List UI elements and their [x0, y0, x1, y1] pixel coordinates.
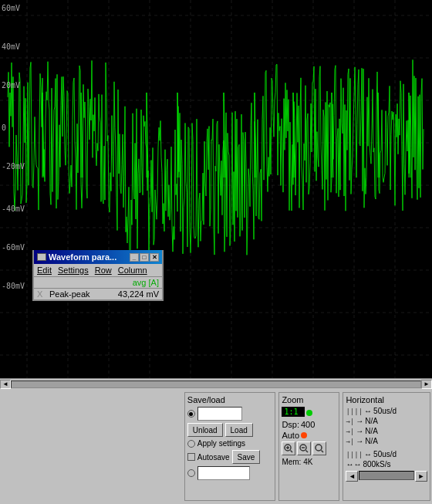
save-radio[interactable] — [187, 469, 195, 477]
zoom-in-button[interactable] — [282, 441, 295, 455]
time-icon-2: →| — [346, 418, 354, 425]
svg-point-7 — [316, 445, 322, 451]
y-label-0: 0 — [2, 123, 6, 132]
mem-label: Mem: 4K — [282, 458, 336, 466]
menu-row[interactable]: Row — [95, 266, 112, 275]
time-icon-3: →| — [346, 428, 354, 435]
y-label-neg20mv: -20mV — [2, 162, 25, 171]
svg-line-1 — [291, 451, 293, 453]
time-icon-1: |||| — [346, 408, 363, 415]
nav-right-button[interactable]: ► — [415, 471, 427, 482]
horizontal-scrollbar[interactable]: ◄ ► — [0, 378, 432, 389]
arrow-icon-4: → — [356, 437, 363, 445]
window-icon — [37, 253, 46, 261]
table-row: X Peak-peak 43,224 mV — [34, 289, 162, 300]
zoom-fit-button[interactable] — [312, 441, 326, 455]
arrow-icon-3: → — [356, 427, 363, 435]
menu-edit[interactable]: Edit — [37, 266, 52, 275]
zoom-section: Zoom 1:1 Dsp: 400 Auto — [278, 392, 339, 501]
horiz-nav-bar[interactable]: ◄ ► — [346, 471, 427, 482]
horiz-row-4: →| → N/A — [346, 437, 427, 445]
arrow-icon-5: ↔ — [364, 450, 372, 458]
save-input-row — [187, 466, 273, 480]
horiz-nav-track[interactable] — [359, 471, 414, 480]
close-button[interactable]: ✕ — [150, 253, 159, 262]
svg-line-5 — [306, 451, 309, 453]
zoom-indicator — [306, 410, 312, 416]
load-radio-row — [187, 407, 273, 421]
load-button[interactable]: Load — [225, 423, 253, 437]
horiz-value-2: N/A — [365, 417, 378, 425]
row-marker: X — [34, 289, 46, 300]
zoom-in-icon — [284, 444, 293, 453]
sample-rate-arrows: ↔↔ — [346, 460, 361, 468]
y-label-40mv: 40mV — [2, 42, 20, 51]
horiz-value-4: N/A — [365, 437, 378, 445]
waveform-menubar: Edit Settings Row Column — [34, 264, 162, 277]
waveform-table: avg [A] X Peak-peak 43,224 mV — [34, 277, 162, 299]
horiz-value-1: 50us/d — [373, 407, 397, 415]
scope-display: 60mV 40mV 20mV 0 -20mV -40mV -60mV -80mV… — [0, 0, 432, 378]
autosave-label: Autosave — [197, 453, 230, 462]
y-label-neg80mv: -80mV — [2, 282, 25, 290]
col-header-avg: avg [A] — [104, 277, 162, 289]
autosave-row: Autosave Save — [187, 450, 273, 464]
horiz-row-1: |||| ↔ 50us/d — [346, 407, 427, 415]
svg-line-8 — [322, 451, 324, 453]
horiz-row-2: →| → N/A — [346, 417, 427, 425]
scroll-right-button[interactable]: ► — [421, 380, 432, 389]
auto-row: Auto — [282, 431, 336, 440]
time-icon-5: |||| — [346, 451, 363, 458]
waveform-titlebar[interactable]: Waveform para... _ □ ✕ — [34, 250, 162, 264]
scroll-left-button[interactable]: ◄ — [0, 380, 11, 389]
horiz-sample-value: 800kS/s — [363, 460, 390, 468]
apply-radio-row: Apply settings — [187, 439, 273, 448]
apply-radio[interactable] — [187, 440, 195, 448]
arrow-icon-1: ↔ — [364, 407, 372, 415]
minimize-button[interactable]: _ — [130, 253, 139, 262]
load-input[interactable] — [197, 407, 242, 421]
save-load-title: Save/load — [187, 395, 273, 404]
zoom-icons-row[interactable] — [282, 441, 336, 455]
horizontal-title: Horizontal — [346, 395, 427, 404]
menu-settings[interactable]: Settings — [58, 266, 89, 275]
waveform-canvas — [0, 0, 432, 378]
unload-load-row: Unload Load — [187, 423, 273, 437]
save-load-section: Save/load Unload Load Apply settings Aut… — [184, 392, 276, 501]
dsp-row: Dsp: 400 — [282, 420, 336, 429]
horizontal-section: Horizontal |||| ↔ 50us/d →| → N/A →| → N… — [343, 392, 430, 501]
auto-indicator — [301, 432, 307, 438]
zoom-ratio-value: 1:1 — [284, 408, 298, 416]
dsp-label: Dsp: — [282, 420, 299, 429]
row-value: 43,224 mV — [104, 289, 162, 300]
zoom-out-icon — [299, 444, 309, 453]
left-gray-area — [0, 389, 183, 504]
y-label-neg60mv: -60mV — [2, 243, 25, 252]
save-button[interactable]: Save — [232, 450, 261, 464]
load-radio[interactable] — [187, 410, 195, 418]
dsp-value: 400 — [301, 420, 315, 429]
nav-left-button[interactable]: ◄ — [346, 471, 358, 482]
time-icon-4: →| — [346, 438, 354, 445]
apply-settings-label: Apply settings — [197, 439, 245, 448]
horiz-divider-row: |||| ↔ 50us/d — [346, 450, 427, 458]
zoom-ratio: 1:1 — [282, 407, 305, 417]
waveform-params-window: Waveform para... _ □ ✕ Edit Settings Row… — [32, 250, 164, 301]
waveform-title: Waveform para... — [49, 252, 116, 262]
controls-row: Save/load Unload Load Apply settings Aut… — [0, 389, 432, 504]
scroll-track[interactable] — [11, 381, 421, 388]
horiz-value-3: N/A — [365, 427, 378, 435]
arrow-icon-2: → — [356, 417, 363, 425]
y-label-20mv: 20mV — [2, 81, 20, 90]
autosave-checkbox[interactable] — [187, 453, 195, 461]
maximize-button[interactable]: □ — [140, 253, 149, 262]
zoom-out-button[interactable] — [297, 441, 311, 455]
unload-button[interactable]: Unload — [187, 423, 223, 437]
horiz-sample-row: ↔↔ 800kS/s — [346, 460, 427, 468]
y-label-60mv: 60mV — [2, 4, 20, 12]
zoom-fit-icon — [315, 444, 324, 453]
save-input[interactable] — [197, 466, 250, 480]
zoom-ratio-row: 1:1 — [282, 407, 336, 418]
menu-column[interactable]: Column — [118, 266, 147, 275]
y-label-neg40mv: -40mV — [2, 205, 25, 213]
